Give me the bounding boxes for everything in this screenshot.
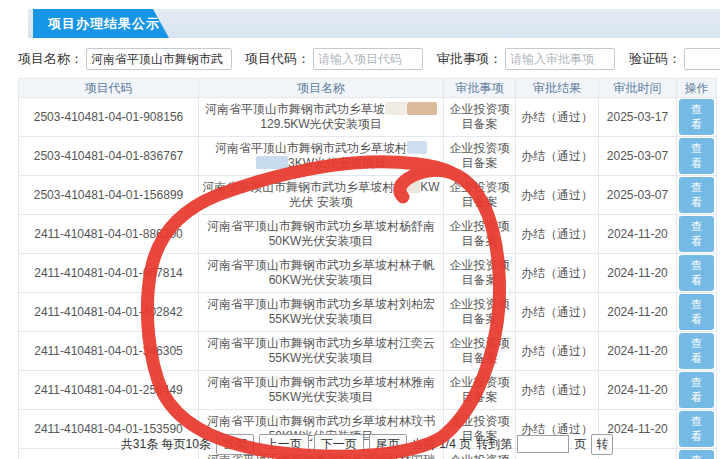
view-button[interactable]: 查看: [679, 333, 714, 369]
table-row: 2411-410481-04-01-402842 河南省平顶山市舞钢市武功乡草坡…: [19, 293, 717, 332]
table-row: 2411-410481-04-01-667814 河南省平顶山市舞钢市武功乡草坡…: [19, 254, 717, 293]
approval-result: 办结（通过）: [516, 332, 599, 371]
table-row: 2503-410481-04-01-156899 河南省平顶山市舞钢市武功乡草坡…: [19, 176, 717, 215]
approval-time: 2024-11-20: [599, 215, 677, 254]
project-name: 河南省平顶山市舞钢市武功乡草坡村林子帆60KW光伏安装项目: [199, 254, 444, 293]
project-code: 2411-410481-04-01-256449: [19, 371, 199, 410]
view-button[interactable]: 查看: [679, 216, 714, 252]
captcha-group: 验证码：: [629, 48, 720, 70]
col-project-name: 项目名称: [199, 79, 444, 98]
approval-time: 2024-11-20: [599, 293, 677, 332]
project-name: 河南省平顶山市舞钢市武功乡草坡村刘柏宏55KW光伏安装项目: [199, 293, 444, 332]
project-code-group: 项目代码：: [245, 48, 423, 70]
approval-time: 2024-11-20: [599, 371, 677, 410]
redaction-blur: [385, 102, 407, 115]
project-name-group: 项目名称：: [18, 48, 232, 70]
table-row: 2411-410481-04-01-256449 河南省平顶山市舞钢市武功乡草坡…: [19, 371, 717, 410]
project-name: 河南省平顶山市舞钢市武功乡草坡村江奕云55KW光伏安装项目: [199, 332, 444, 371]
search-bar: 项目名称： 项目代码： 审批事项： 验证码： 查询: [18, 47, 716, 71]
results-table: 项目代码 项目名称 审批事项 审批结果 审批时间 操作 2503-410481-…: [18, 78, 717, 459]
approval-result: 办结（通过）: [516, 215, 599, 254]
project-code-input[interactable]: [313, 48, 423, 70]
next-page-button[interactable]: 下一页: [314, 434, 364, 455]
col-approval-time: 审批时间: [599, 79, 677, 98]
results-table-header: 项目代码 项目名称 审批事项 审批结果 审批时间 操作: [19, 79, 717, 98]
first-page-button[interactable]: 首页: [216, 434, 254, 455]
goto-page-button[interactable]: 转: [591, 434, 613, 455]
approval-matter: 企业投资项目备案: [444, 293, 516, 332]
approval-result: 办结（通过）: [516, 137, 599, 176]
captcha-label: 验证码：: [629, 50, 681, 68]
project-name: 河南省平顶山市舞钢市武功乡草坡村KW光伏 安装项: [199, 176, 444, 215]
approval-time: 2025-03-07: [599, 137, 677, 176]
project-name-label: 项目名称：: [18, 50, 83, 68]
view-button[interactable]: 查看: [679, 372, 714, 408]
approval-matter: 企业投资项目备案: [444, 254, 516, 293]
redaction-blur: [407, 141, 427, 154]
goto-page-prefix: 转到第: [476, 436, 512, 453]
approval-time: 2024-11-20: [599, 254, 677, 293]
view-button[interactable]: 查看: [679, 177, 714, 213]
prev-page-button[interactable]: 上一页: [259, 434, 309, 455]
approval-matter: 企业投资项目备案: [444, 371, 516, 410]
project-code: 2411-410481-04-01-402842: [19, 293, 199, 332]
project-name: 河南省平顶山市舞钢市武功乡草坡村林雅南55KW光伏安装项目: [199, 371, 444, 410]
approval-result: 办结（通过）: [516, 254, 599, 293]
approval-matter-group: 审批事项：: [437, 48, 615, 70]
approval-matter: 企业投资项目备案: [444, 137, 516, 176]
view-button[interactable]: 查看: [679, 255, 714, 291]
project-code: 2411-410481-04-01-346305: [19, 332, 199, 371]
goto-page-input[interactable]: [517, 435, 569, 453]
project-name: 河南省平顶山市舞钢市武功乡草坡村杨舒南50KW光伏安装项目: [199, 215, 444, 254]
approval-matter-label: 审批事项：: [437, 50, 502, 68]
approval-time: 2024-11-20: [599, 332, 677, 371]
table-row: 2503-410481-04-01-836767 河南省平顶山市舞钢市武功乡草坡…: [19, 137, 717, 176]
approval-time: 2025-03-07: [599, 176, 677, 215]
page-title: 项目办理结果公示: [48, 16, 160, 31]
approval-result: 办结（通过）: [516, 293, 599, 332]
goto-page-suffix: 页: [574, 436, 586, 453]
redaction-blur: [256, 156, 288, 169]
project-name: 河南省平顶山市舞钢市武功乡草坡村3KW光伏安装项目: [199, 137, 444, 176]
project-name: 河南省平顶山市舞钢市武功乡草坡129.5KW光伏安装项目: [199, 98, 444, 137]
redaction-blur: [407, 102, 437, 115]
pagination-current: 当前 1/4 页: [412, 436, 471, 453]
table-row: 2411-410481-04-01-886200 河南省平顶山市舞钢市武功乡草坡…: [19, 215, 717, 254]
approval-result: 办结（通过）: [516, 98, 599, 137]
view-button[interactable]: 查看: [679, 99, 714, 135]
pagination-total: 共31条 每页10条: [121, 436, 211, 453]
approval-matter: 企业投资项目备案: [444, 98, 516, 137]
approval-matter: 企业投资项目备案: [444, 176, 516, 215]
project-code: 2503-410481-04-01-908156: [19, 98, 199, 137]
page-title-tab: 项目办理结果公示: [33, 9, 169, 38]
approval-result: 办结（通过）: [516, 371, 599, 410]
col-approval-matter: 审批事项: [444, 79, 516, 98]
col-operation: 操作: [677, 79, 717, 98]
project-code: 2503-410481-04-01-156899: [19, 176, 199, 215]
table-row: 2411-410481-04-01-346305 河南省平顶山市舞钢市武功乡草坡…: [19, 332, 717, 371]
results-table-body: 2503-410481-04-01-908156 河南省平顶山市舞钢市武功乡草坡…: [19, 98, 717, 459]
page: 项目办理结果公示 项目名称： 项目代码： 审批事项： 验证码： 查询 项目代码: [0, 0, 720, 459]
project-code: 2411-410481-04-01-667814: [19, 254, 199, 293]
approval-matter-input[interactable]: [505, 48, 615, 70]
view-button[interactable]: 查看: [679, 138, 714, 174]
project-name-input[interactable]: [86, 48, 232, 70]
table-row: 2503-410481-04-01-908156 河南省平顶山市舞钢市武功乡草坡…: [19, 98, 717, 137]
view-button[interactable]: 查看: [679, 294, 714, 330]
header-band: 项目办理结果公示: [28, 9, 720, 38]
approval-time: 2025-03-17: [599, 98, 677, 137]
approval-matter: 企业投资项目备案: [444, 215, 516, 254]
project-code-label: 项目代码：: [245, 50, 310, 68]
redaction-blur: [394, 180, 420, 193]
approval-result: 办结（通过）: [516, 176, 599, 215]
project-code: 2503-410481-04-01-836767: [19, 137, 199, 176]
captcha-input[interactable]: [684, 48, 720, 70]
col-project-code: 项目代码: [19, 79, 199, 98]
approval-matter: 企业投资项目备案: [444, 332, 516, 371]
last-page-button[interactable]: 尾页: [369, 434, 407, 455]
pagination: 共31条 每页10条 首页 上一页 下一页 尾页 当前 1/4 页 转到第 页 …: [18, 433, 716, 455]
col-approval-result: 审批结果: [516, 79, 599, 98]
project-code: 2411-410481-04-01-886200: [19, 215, 199, 254]
